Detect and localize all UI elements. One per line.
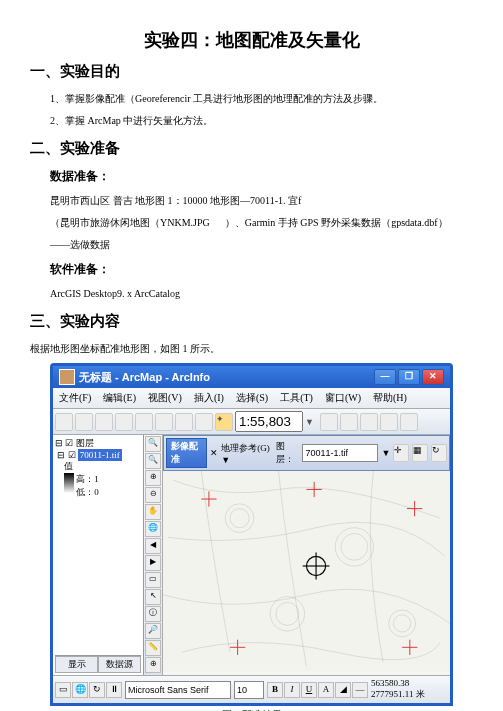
- next-extent-icon[interactable]: ▶: [145, 555, 161, 571]
- data-prep-heading: 数据准备：: [50, 168, 473, 185]
- toc-tab-source[interactable]: 数据源: [98, 656, 141, 673]
- select-icon[interactable]: ▭: [145, 572, 161, 588]
- doc-title: 实验四：地图配准及矢量化: [30, 28, 473, 52]
- georef-layer-input[interactable]: [302, 444, 378, 462]
- s3-desc: 根据地形图坐标配准地形图，如图 1 所示。: [30, 341, 473, 357]
- software-line: ArcGIS Desktop9. x ArcCatalog: [50, 286, 473, 302]
- font-size-select[interactable]: [234, 681, 264, 699]
- layout-view-icon[interactable]: ▭: [55, 682, 71, 698]
- coordinates-readout: 563580.38 2777951.11 米: [371, 678, 448, 701]
- window-title: 无标题 - ArcMap - ArcInfo: [79, 370, 210, 385]
- map-view[interactable]: 影像配准 ✕ 地理参考(G) ▼ 图层： ▼ ✛ ▦ ↻: [163, 435, 450, 675]
- section-3-heading: 三、实验内容: [30, 312, 473, 331]
- georef-layer-label: 图层：: [276, 440, 299, 466]
- paste-button[interactable]: [175, 413, 193, 431]
- menu-help[interactable]: 帮助(H): [371, 390, 409, 406]
- undo-button[interactable]: [195, 413, 213, 431]
- close-button[interactable]: ✕: [422, 369, 444, 385]
- arccatalog-button[interactable]: [320, 413, 338, 431]
- georef-menu[interactable]: 地理参考(G) ▼: [221, 442, 273, 465]
- layer-value-label: 值: [64, 461, 73, 471]
- find-icon[interactable]: 🔎: [145, 623, 161, 639]
- georeferencing-toolbar: 影像配准 ✕ 地理参考(G) ▼ 图层： ▼ ✛ ▦ ↻: [163, 435, 450, 471]
- prev-extent-icon[interactable]: ◀: [145, 538, 161, 554]
- main-toolbar: ✦ ▼: [53, 409, 450, 435]
- underline-icon[interactable]: U: [301, 682, 317, 698]
- identify-icon[interactable]: ⓘ: [145, 606, 161, 622]
- status-bar: ▭ 🌐 ↻ ⏸ B I U A ◢ — 563580.38 2777951.11…: [53, 675, 450, 703]
- data-line1: 昆明市西山区 普吉 地形图 1：10000 地形图—70011-1. 宜f: [50, 193, 473, 209]
- data-line2: （昆明市旅游休闲地图（YNKM.JPG ）、Garmin 手持 GPS 野外采集…: [50, 215, 473, 231]
- rotate-icon[interactable]: ↻: [431, 444, 447, 462]
- fill-color-icon[interactable]: ◢: [335, 682, 351, 698]
- titlebar: 无标题 - ArcMap - ArcInfo — ❐ ✕: [53, 366, 450, 388]
- model-button[interactable]: [380, 413, 398, 431]
- menu-window[interactable]: 窗口(W): [323, 390, 363, 406]
- pan-icon[interactable]: ✋: [145, 504, 161, 520]
- data-line3: ——选做数据: [50, 237, 473, 253]
- font-color-icon[interactable]: A: [318, 682, 334, 698]
- georef-dropdown-icon[interactable]: ▼: [381, 448, 390, 458]
- section-1-heading: 一、实验目的: [30, 62, 473, 81]
- fixed-zoom-in-icon[interactable]: ⊕: [145, 470, 161, 486]
- save-button[interactable]: [95, 413, 113, 431]
- scale-input[interactable]: [235, 411, 303, 432]
- xy-icon[interactable]: ⊕: [145, 657, 161, 673]
- menu-edit[interactable]: 编辑(E): [101, 390, 138, 406]
- full-extent-icon[interactable]: 🌐: [145, 521, 161, 537]
- menu-file[interactable]: 文件(F): [57, 390, 93, 406]
- menubar: 文件(F) 编辑(E) 视图(V) 插入(I) 选择(S) 工具(T) 窗口(W…: [53, 388, 450, 409]
- menu-view[interactable]: 视图(V): [146, 390, 184, 406]
- map-image: [163, 457, 450, 675]
- menu-insert[interactable]: 插入(I): [192, 390, 226, 406]
- line-color-icon[interactable]: —: [352, 682, 368, 698]
- minimize-button[interactable]: —: [374, 369, 396, 385]
- new-button[interactable]: [55, 413, 73, 431]
- pointer-icon[interactable]: ↖: [145, 589, 161, 605]
- toc-tab-display[interactable]: 显示: [55, 656, 98, 673]
- toc-root[interactable]: 图层: [76, 438, 94, 448]
- s1-item1: 1、掌握影像配准（Georeferencir 工具进行地形图的地理配准的方法及步…: [50, 91, 473, 107]
- app-icon: [59, 369, 75, 385]
- tools-toolbar: 🔍 🔍 ⊕ ⊖ ✋ 🌐 ◀ ▶ ▭ ↖ ⓘ 🔎 📏 ⊕: [144, 435, 163, 675]
- cut-button[interactable]: [135, 413, 153, 431]
- arctoolbox-button[interactable]: [340, 413, 358, 431]
- maximize-button[interactable]: ❐: [398, 369, 420, 385]
- cmd-button[interactable]: [360, 413, 378, 431]
- copy-button[interactable]: [155, 413, 173, 431]
- s1-item2: 2、掌握 ArcMap 中进行矢量化方法。: [50, 113, 473, 129]
- zoom-in-icon[interactable]: 🔍: [145, 436, 161, 452]
- measure-icon[interactable]: 📏: [145, 640, 161, 656]
- refresh-icon[interactable]: ↻: [89, 682, 105, 698]
- italic-icon[interactable]: I: [284, 682, 300, 698]
- layer-item[interactable]: 70011-1.tif: [78, 449, 122, 461]
- print-button[interactable]: [115, 413, 133, 431]
- scale-dropdown-icon[interactable]: ▼: [305, 417, 314, 427]
- arcmap-window: 无标题 - ArcMap - ArcInfo — ❐ ✕ 文件(F) 编辑(E)…: [50, 363, 453, 706]
- help-button[interactable]: [400, 413, 418, 431]
- link-table-icon[interactable]: ▦: [412, 444, 428, 462]
- add-data-button[interactable]: ✦: [215, 413, 233, 431]
- data-view-icon[interactable]: 🌐: [72, 682, 88, 698]
- layer-high: 高：1: [76, 474, 99, 484]
- georef-title: 影像配准: [166, 438, 207, 468]
- fixed-zoom-out-icon[interactable]: ⊖: [145, 487, 161, 503]
- pause-icon[interactable]: ⏸: [106, 682, 122, 698]
- bold-icon[interactable]: B: [267, 682, 283, 698]
- menu-select[interactable]: 选择(S): [234, 390, 270, 406]
- zoom-out-icon[interactable]: 🔍: [145, 453, 161, 469]
- toc-panel: ⊟ ☑ 图层 ⊟ ☑ 70011-1.tif 值 高：1 低：0 显示 数据源: [53, 435, 144, 675]
- add-control-point-icon[interactable]: ✛: [393, 444, 409, 462]
- section-2-heading: 二、实验准备: [30, 139, 473, 158]
- open-button[interactable]: [75, 413, 93, 431]
- font-select[interactable]: [125, 681, 231, 699]
- layer-low: 低：0: [76, 487, 99, 497]
- georef-close-icon[interactable]: ✕: [210, 448, 218, 458]
- menu-tools[interactable]: 工具(T): [278, 390, 315, 406]
- software-prep-heading: 软件准备：: [50, 261, 473, 278]
